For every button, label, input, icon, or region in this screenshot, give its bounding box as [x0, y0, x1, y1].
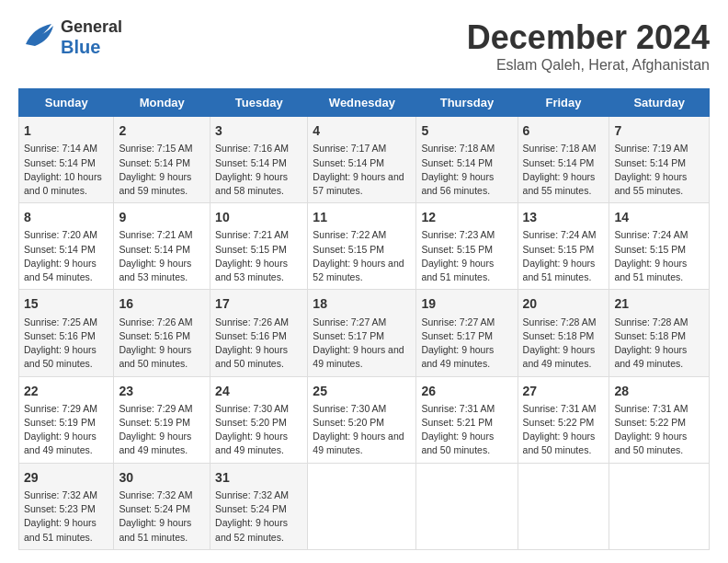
table-row: 4Sunrise: 7:17 AMSunset: 5:14 PMDaylight… — [308, 117, 416, 203]
day-number: 22 — [24, 382, 108, 400]
calendar-table: Sunday Monday Tuesday Wednesday Thursday… — [18, 88, 710, 550]
table-row: 24Sunrise: 7:30 AMSunset: 5:20 PMDayligh… — [210, 376, 308, 463]
logo: General Blue — [18, 18, 122, 57]
sunset-label: Sunset: 5:24 PM — [215, 503, 287, 514]
sunset-label: Sunset: 5:14 PM — [24, 157, 96, 168]
calendar-week-row: 22Sunrise: 7:29 AMSunset: 5:19 PMDayligh… — [19, 376, 710, 463]
day-number: 4 — [313, 121, 411, 140]
daylight-label: Daylight: 9 hours and 50 minutes. — [614, 431, 687, 455]
main-title: December 2024 — [467, 18, 710, 57]
day-number: 12 — [421, 208, 512, 226]
day-number: 5 — [421, 121, 512, 140]
sunset-label: Sunset: 5:15 PM — [614, 244, 686, 255]
table-row: 2Sunrise: 7:15 AMSunset: 5:14 PMDaylight… — [114, 117, 210, 203]
sunset-label: Sunset: 5:14 PM — [421, 157, 493, 168]
sunrise-label: Sunrise: 7:27 AM — [313, 316, 386, 327]
daylight-label: Daylight: 9 hours and 55 minutes. — [614, 171, 687, 196]
day-number: 17 — [215, 294, 302, 313]
day-number: 8 — [24, 208, 108, 226]
day-number: 18 — [313, 294, 411, 313]
sunrise-label: Sunrise: 7:27 AM — [421, 316, 495, 327]
sunrise-label: Sunrise: 7:32 AM — [24, 489, 97, 500]
title-block: December 2024 Eslam Qaleh, Herat, Afghan… — [467, 18, 710, 74]
sunrise-label: Sunrise: 7:15 AM — [119, 143, 192, 154]
sunrise-label: Sunrise: 7:17 AM — [313, 143, 386, 154]
sunset-label: Sunset: 5:18 PM — [614, 330, 686, 341]
table-row: 5Sunrise: 7:18 AMSunset: 5:14 PMDaylight… — [416, 117, 518, 203]
sunrise-label: Sunrise: 7:32 AM — [215, 489, 289, 500]
sunrise-label: Sunrise: 7:21 AM — [215, 229, 289, 240]
sunrise-label: Sunrise: 7:29 AM — [119, 403, 192, 414]
table-row: 7Sunrise: 7:19 AMSunset: 5:14 PMDaylight… — [609, 117, 710, 203]
sunset-label: Sunset: 5:15 PM — [523, 244, 595, 255]
day-number: 27 — [523, 382, 605, 400]
daylight-label: Daylight: 9 hours and 49 minutes. — [215, 431, 288, 455]
table-row: 13Sunrise: 7:24 AMSunset: 5:15 PMDayligh… — [518, 203, 609, 290]
table-row: 3Sunrise: 7:16 AMSunset: 5:14 PMDaylight… — [210, 117, 308, 203]
day-number: 10 — [215, 208, 302, 226]
day-number: 9 — [119, 208, 205, 226]
table-row — [416, 463, 518, 549]
daylight-label: Daylight: 9 hours and 56 minutes. — [421, 171, 494, 196]
table-row: 10Sunrise: 7:21 AMSunset: 5:15 PMDayligh… — [210, 203, 308, 290]
sunset-label: Sunset: 5:24 PM — [119, 503, 190, 514]
sunrise-label: Sunrise: 7:19 AM — [614, 143, 688, 154]
sunset-label: Sunset: 5:16 PM — [24, 330, 96, 341]
sunset-label: Sunset: 5:14 PM — [523, 157, 595, 168]
table-row: 18Sunrise: 7:27 AMSunset: 5:17 PMDayligh… — [308, 290, 416, 376]
day-number: 2 — [119, 121, 205, 140]
daylight-label: Daylight: 9 hours and 57 minutes. — [313, 171, 404, 196]
table-row: 12Sunrise: 7:23 AMSunset: 5:15 PMDayligh… — [416, 203, 518, 290]
col-tuesday: Tuesday — [210, 89, 308, 117]
calendar-week-row: 1Sunrise: 7:14 AMSunset: 5:14 PMDaylight… — [19, 117, 710, 203]
logo-general-text: General — [61, 18, 122, 37]
table-row: 29Sunrise: 7:32 AMSunset: 5:23 PMDayligh… — [19, 463, 114, 549]
sunset-label: Sunset: 5:15 PM — [215, 244, 287, 255]
sunrise-label: Sunrise: 7:23 AM — [421, 229, 495, 240]
table-row: 27Sunrise: 7:31 AMSunset: 5:22 PMDayligh… — [518, 376, 609, 463]
sunset-label: Sunset: 5:14 PM — [614, 157, 686, 168]
daylight-label: Daylight: 9 hours and 49 minutes. — [313, 431, 404, 455]
day-number: 21 — [614, 294, 704, 313]
sunset-label: Sunset: 5:19 PM — [24, 417, 96, 428]
table-row: 23Sunrise: 7:29 AMSunset: 5:19 PMDayligh… — [114, 376, 210, 463]
header-row: Sunday Monday Tuesday Wednesday Thursday… — [19, 89, 710, 117]
daylight-label: Daylight: 9 hours and 50 minutes. — [523, 431, 596, 455]
sunset-label: Sunset: 5:16 PM — [119, 330, 190, 341]
daylight-label: Daylight: 9 hours and 52 minutes. — [313, 258, 404, 282]
day-number: 28 — [614, 382, 704, 400]
day-number: 13 — [523, 208, 605, 226]
daylight-label: Daylight: 9 hours and 50 minutes. — [215, 344, 288, 369]
sunset-label: Sunset: 5:15 PM — [313, 244, 384, 255]
sunset-label: Sunset: 5:19 PM — [119, 417, 190, 428]
sunrise-label: Sunrise: 7:32 AM — [119, 489, 192, 500]
table-row: 28Sunrise: 7:31 AMSunset: 5:22 PMDayligh… — [609, 376, 710, 463]
day-number: 20 — [523, 294, 605, 313]
sunrise-label: Sunrise: 7:21 AM — [119, 229, 192, 240]
subtitle: Eslam Qaleh, Herat, Afghanistan — [467, 57, 710, 74]
daylight-label: Daylight: 9 hours and 50 minutes. — [119, 344, 191, 369]
col-wednesday: Wednesday — [308, 89, 416, 117]
sunset-label: Sunset: 5:17 PM — [313, 330, 384, 341]
day-number: 1 — [24, 121, 108, 140]
daylight-label: Daylight: 9 hours and 51 minutes. — [24, 517, 97, 542]
col-sunday: Sunday — [19, 89, 114, 117]
calendar-week-row: 29Sunrise: 7:32 AMSunset: 5:23 PMDayligh… — [19, 463, 710, 549]
calendar-week-row: 8Sunrise: 7:20 AMSunset: 5:14 PMDaylight… — [19, 203, 710, 290]
sunset-label: Sunset: 5:17 PM — [421, 330, 493, 341]
daylight-label: Daylight: 9 hours and 54 minutes. — [24, 258, 97, 282]
day-number: 25 — [313, 382, 411, 400]
sunrise-label: Sunrise: 7:31 AM — [523, 403, 597, 414]
sunrise-label: Sunrise: 7:28 AM — [614, 316, 688, 327]
sunset-label: Sunset: 5:20 PM — [313, 417, 384, 428]
day-number: 29 — [24, 468, 108, 487]
sunrise-label: Sunrise: 7:24 AM — [523, 229, 597, 240]
calendar-week-row: 15Sunrise: 7:25 AMSunset: 5:16 PMDayligh… — [19, 290, 710, 376]
sunrise-label: Sunrise: 7:14 AM — [24, 143, 97, 154]
day-number: 6 — [523, 121, 605, 140]
daylight-label: Daylight: 9 hours and 51 minutes. — [614, 258, 687, 282]
sunrise-label: Sunrise: 7:26 AM — [119, 316, 192, 327]
table-row: 31Sunrise: 7:32 AMSunset: 5:24 PMDayligh… — [210, 463, 308, 549]
table-row: 6Sunrise: 7:18 AMSunset: 5:14 PMDaylight… — [518, 117, 609, 203]
day-number: 26 — [421, 382, 512, 400]
